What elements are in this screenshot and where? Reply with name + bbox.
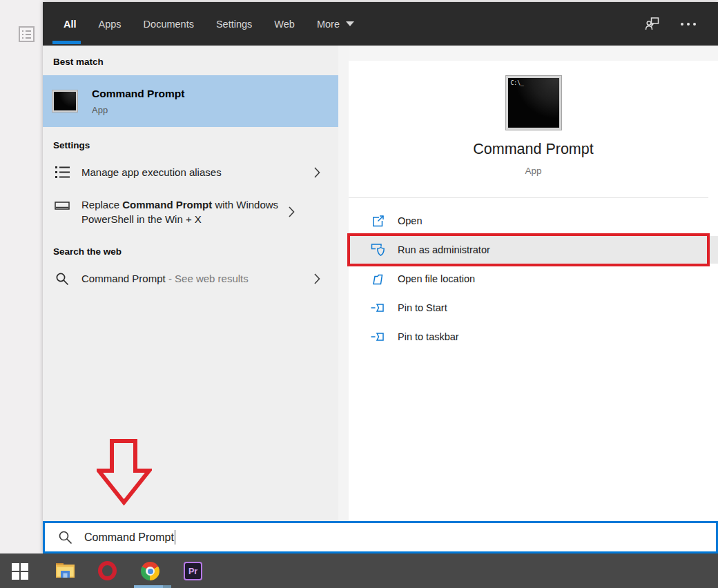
tab-documents[interactable]: Documents — [133, 2, 205, 46]
feedback-icon[interactable] — [644, 16, 661, 32]
settings-header: Settings — [43, 127, 338, 159]
admin-shield-icon — [370, 243, 385, 257]
tab-settings[interactable]: Settings — [205, 2, 263, 46]
result-label: Manage app execution aliases — [81, 165, 314, 179]
search-web-header: Search the web — [43, 233, 338, 265]
list-settings-icon — [55, 166, 70, 179]
chevron-right-icon — [289, 206, 295, 217]
file-location-icon — [370, 273, 385, 286]
search-filter-tabs: All Apps Documents Settings Web More — [43, 2, 718, 46]
action-open-file-location[interactable]: Open file location — [349, 265, 718, 293]
preview-app-title: Command Prompt — [349, 141, 718, 158]
preview-panel: C:\_ Command Prompt App Open — [349, 46, 718, 521]
result-replace-powershell[interactable]: Replace Command Prompt with Windows Powe… — [43, 191, 338, 233]
premiere-pro-icon[interactable]: Pr — [184, 562, 202, 580]
best-match-header: Best match — [43, 46, 338, 75]
command-prompt-icon — [52, 90, 77, 112]
tab-apps[interactable]: Apps — [88, 2, 133, 46]
action-pin-to-start[interactable]: Pin to Start — [349, 294, 718, 322]
search-flyout: All Apps Documents Settings Web More Bes… — [43, 2, 718, 553]
active-app-indicator — [134, 585, 163, 588]
tab-all[interactable]: All — [52, 2, 88, 46]
action-open[interactable]: Open — [349, 207, 718, 235]
pin-icon — [370, 331, 385, 343]
background-note-icon — [19, 26, 35, 42]
pin-icon — [370, 302, 385, 314]
search-input[interactable]: Command Prompt — [43, 521, 718, 553]
file-explorer-icon[interactable] — [55, 561, 75, 579]
search-icon — [58, 530, 72, 545]
preview-app-subtitle: App — [349, 166, 718, 176]
more-options-icon[interactable] — [679, 19, 697, 30]
windows-start-button[interactable] — [12, 563, 28, 580]
search-query-text: Command Prompt — [84, 531, 174, 544]
search-icon — [55, 272, 70, 286]
chrome-icon[interactable] — [141, 562, 159, 580]
red-arrow-annotation — [97, 439, 152, 506]
context-actions: Open Run as administrator — [349, 198, 718, 352]
open-icon — [370, 215, 385, 228]
best-match-subtitle: App — [92, 105, 184, 115]
text-cursor — [175, 530, 176, 545]
best-match-title: Command Prompt — [92, 88, 184, 100]
result-web-search[interactable]: Command Prompt - See web results — [43, 265, 338, 292]
tab-more[interactable]: More — [306, 2, 365, 46]
opera-icon[interactable] — [98, 561, 117, 580]
action-run-as-administrator[interactable]: Run as administrator — [349, 236, 718, 264]
taskbar: Pr — [0, 553, 718, 588]
chevron-right-icon — [314, 167, 320, 178]
best-match-result[interactable]: Command Prompt App — [43, 75, 338, 127]
result-manage-aliases[interactable]: Manage app execution aliases — [43, 159, 338, 186]
command-prompt-icon-large: C:\_ — [506, 76, 561, 130]
chevron-right-icon — [314, 273, 320, 284]
window-key-icon — [55, 199, 70, 212]
result-label: Command Prompt - See web results — [81, 271, 314, 286]
chevron-down-icon — [346, 21, 354, 26]
action-pin-to-taskbar[interactable]: Pin to taskbar — [349, 323, 718, 351]
results-panel: Best match Command Prompt App Settings — [43, 46, 338, 521]
panel-divider — [338, 46, 349, 521]
tab-web[interactable]: Web — [263, 2, 306, 46]
result-label: Replace Command Prompt with Windows Powe… — [81, 197, 289, 226]
